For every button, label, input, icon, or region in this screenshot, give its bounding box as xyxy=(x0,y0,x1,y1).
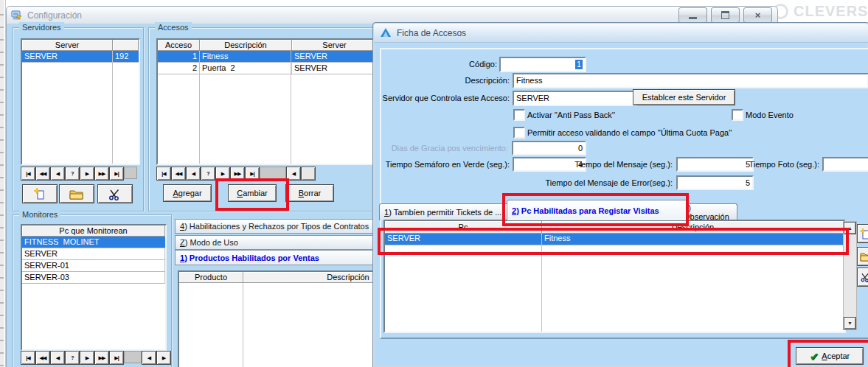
nav-scrollbar-track[interactable] xyxy=(124,167,137,179)
dias-gracia-label: Dias de Gracia pos vencimiento: xyxy=(392,143,508,153)
scroll-left-button[interactable]: ◀ xyxy=(142,351,156,365)
dialog-titlebar[interactable]: Ficha de Accesos xyxy=(374,24,868,43)
ultima-cuota-label: Permitir acceso validando el campo ''Últ… xyxy=(527,127,732,138)
nav-scrollbar-thumb[interactable] xyxy=(260,167,286,179)
descripcion-input[interactable]: Fitness xyxy=(513,73,868,88)
monitores-row[interactable]: SERVER xyxy=(22,248,165,260)
monitores-row[interactable]: SERVER-03 xyxy=(22,272,165,284)
establecer-servidor-button[interactable]: Establcer este Servidor xyxy=(633,89,735,105)
tab-habilitaciones-contratos[interactable]: 4) Habilitaciones y Rechazos por Tipos d… xyxy=(175,219,381,234)
folder-icon xyxy=(860,252,868,262)
remove-pc-button[interactable] xyxy=(857,268,868,287)
nav-fast-back-button[interactable]: ◀◀ xyxy=(35,351,50,365)
tab-tickets[interactable]: 1) Tambíen permitir Tickets de ... xyxy=(379,203,515,220)
servidores-table: Server SERVER 192 xyxy=(21,38,140,165)
screen: CLEVERSO Configuración × Servidores xyxy=(0,0,868,367)
servidores-col-ip-header[interactable] xyxy=(113,40,139,51)
monitores-table: Pc que Monitorean FITNESS MOLINET SERVER… xyxy=(21,224,167,351)
dias-gracia-value: 0 xyxy=(578,144,583,153)
tiempo-mensaje-label: Tiempo del Mensaje (seg.): xyxy=(574,159,673,169)
add-pc-button[interactable] xyxy=(857,224,868,243)
delete-record-button[interactable] xyxy=(97,184,133,203)
accesos-row-puerta2[interactable]: 2 Puerta 2 SERVER xyxy=(158,63,378,74)
nav-find-button[interactable]: ? xyxy=(201,167,215,181)
modo-evento-checkbox[interactable] xyxy=(732,109,743,121)
minimize-button[interactable] xyxy=(678,7,707,23)
servidores-row-server[interactable]: SERVER 192 xyxy=(22,51,139,63)
descripcion-value: Fitness xyxy=(516,76,542,85)
servidores-nav: |◀ ◀◀ ◀ ? ▶ ▶▶ ▶| xyxy=(21,167,137,179)
nav-next-button[interactable]: ▶ xyxy=(80,167,94,181)
brand-logo-text: CLEVERSO xyxy=(794,3,868,20)
tiempo-foto-input[interactable] xyxy=(822,157,868,172)
codigo-value: 1 xyxy=(575,60,583,69)
window-icon xyxy=(11,10,23,21)
column-divider xyxy=(199,51,200,164)
nav-find-button[interactable]: ? xyxy=(65,167,80,181)
scroll-blank-button[interactable] xyxy=(301,167,316,181)
accesos-col-server-header[interactable]: Server xyxy=(292,40,378,51)
nav-first-button[interactable]: |◀ xyxy=(156,167,171,181)
nav-fast-back-button[interactable]: ◀◀ xyxy=(35,167,50,181)
accesos-col-acceso-header[interactable]: Acceso xyxy=(158,40,200,51)
dialog-icon xyxy=(380,27,392,38)
maximize-icon xyxy=(721,11,729,19)
tab-label: 1) Tambíen permitir Tickets de ... xyxy=(384,208,501,217)
scroll-right-button[interactable]: ▶ xyxy=(156,351,171,365)
codigo-input[interactable]: 1 xyxy=(499,57,586,72)
tab-productos-habilitados[interactable]: 1) Productos Habilitados por Ventas xyxy=(175,250,381,265)
nav-next-button[interactable]: ▶ xyxy=(80,351,94,365)
highlight-cambiar-button xyxy=(215,178,289,211)
monitores-legend: Monitores xyxy=(19,209,60,220)
nav-find-button[interactable]: ? xyxy=(65,351,80,365)
nav-first-button[interactable]: |◀ xyxy=(21,167,35,181)
nav-scrollbar-thumb[interactable] xyxy=(124,351,142,363)
modo-evento-label: Modo Evento xyxy=(746,110,794,120)
maximize-button[interactable] xyxy=(711,7,740,23)
monitores-group: Monitores Pc que Monitorean FITNESS MOLI… xyxy=(13,214,172,367)
servidor-label: Servidor que Controla este Acceso: xyxy=(383,93,510,103)
highlight-server-row xyxy=(378,228,849,255)
descripcion-label: Descripción: xyxy=(465,75,510,85)
accesos-row-fitness[interactable]: 1 Fitness SERVER xyxy=(158,51,378,63)
accesos-nav: |◀ ◀◀ ◀ ? ▶ ▶▶ ▶| ◀ xyxy=(156,167,304,179)
tiempo-mensaje-input[interactable]: 5 xyxy=(676,157,754,172)
dias-gracia-input[interactable]: 0 xyxy=(512,141,586,155)
anti-pass-back-checkbox[interactable] xyxy=(513,109,525,121)
borrar-button[interactable]: Borrar xyxy=(285,184,334,202)
folder-icon xyxy=(69,189,84,200)
open-record-button[interactable] xyxy=(59,184,94,203)
nav-fast-back-button[interactable]: ◀◀ xyxy=(171,167,186,181)
tab-modo-de-uso[interactable]: Z) Modo de Uso xyxy=(175,235,381,250)
nav-last-button[interactable]: ▶| xyxy=(109,351,124,365)
nav-prev-button[interactable]: ◀ xyxy=(50,167,65,181)
close-button[interactable]: × xyxy=(743,7,772,23)
ultima-cuota-checkbox[interactable] xyxy=(513,127,525,139)
column-divider xyxy=(243,283,243,367)
brand-logo: CLEVERSO xyxy=(773,0,868,22)
nav-last-button[interactable]: ▶| xyxy=(109,167,124,181)
establecer-servidor-label: Establcer este Servidor xyxy=(642,93,726,102)
servidor-input[interactable]: SERVER xyxy=(513,91,637,106)
semaforo-label: Tiempo Semáforo en Verde (seg.): xyxy=(386,159,510,169)
nav-prev-button[interactable]: ◀ xyxy=(50,351,65,365)
monitores-row[interactable]: FITNESS MOLINET xyxy=(22,237,165,248)
servidores-col-server-header[interactable]: Server xyxy=(22,40,113,51)
scroll-down-button[interactable]: ▼ xyxy=(844,317,856,329)
agregar-button[interactable]: Agregar xyxy=(163,184,212,202)
nav-prev-button[interactable]: ◀ xyxy=(186,167,201,181)
servidor-value: SERVER xyxy=(516,94,549,103)
productos-col-producto-header[interactable]: Producto xyxy=(179,272,243,283)
nav-first-button[interactable]: |◀ xyxy=(21,351,35,365)
monitores-header[interactable]: Pc que Monitorean xyxy=(22,226,165,237)
new-record-button[interactable] xyxy=(22,184,58,203)
anti-pass-back-label: Activar ''Anti Pass Back'' xyxy=(527,110,615,120)
monitores-row[interactable]: SERVER-01 xyxy=(22,260,165,272)
accesos-table: Acceso Descripción Server 1 Fitness SERV… xyxy=(156,38,379,165)
tiempo-error-input[interactable]: 5 xyxy=(676,175,754,190)
accesos-col-descripcion-header[interactable]: Descripción xyxy=(200,40,292,51)
new-document-icon xyxy=(33,188,46,200)
nav-fast-forward-button[interactable]: ▶▶ xyxy=(94,167,109,181)
nav-fast-forward-button[interactable]: ▶▶ xyxy=(94,351,109,365)
edit-pc-button[interactable] xyxy=(857,247,868,266)
